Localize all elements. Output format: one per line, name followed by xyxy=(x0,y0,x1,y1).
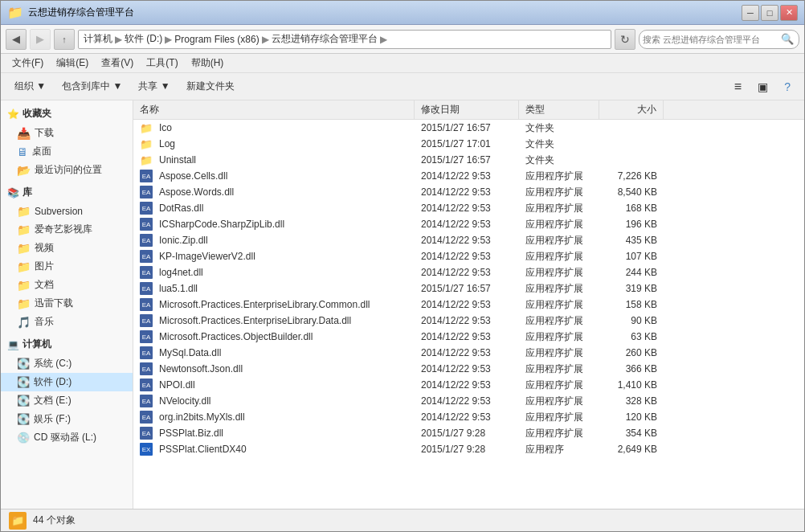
address-bar: ◀ ▶ ↑ 计算机 ▶ 软件 (D:) ▶ Program Files (x86… xyxy=(1,25,804,54)
table-row[interactable]: EA Microsoft.Practices.EnterpriseLibrary… xyxy=(133,297,804,313)
file-type: 应用程序扩展 xyxy=(519,346,599,360)
toolbar-share[interactable]: 共享 ▼ xyxy=(131,76,177,97)
sidebar-item-documents[interactable]: 📁 文档 xyxy=(1,276,133,294)
table-row[interactable]: EA org.in2bits.MyXls.dll 2014/12/22 9:53… xyxy=(133,409,804,425)
main-content: ⭐ 收藏夹 📥 下载 🖥 桌面 📂 最近访问的位置 xyxy=(1,100,804,509)
menu-help[interactable]: 帮助(H) xyxy=(185,54,231,72)
table-row[interactable]: EA MySql.Data.dll 2014/12/22 9:53 应用程序扩展… xyxy=(133,345,804,361)
header-date[interactable]: 修改日期 xyxy=(415,100,519,119)
table-row[interactable]: EA DotRas.dll 2014/12/22 9:53 应用程序扩展 168… xyxy=(133,200,804,216)
table-row[interactable]: EA Ionic.Zip.dll 2014/12/22 9:53 应用程序扩展 … xyxy=(133,232,804,248)
drive-c-icon: 💽 xyxy=(17,358,30,370)
table-row[interactable]: EX PSSPlat.ClientDX40 2015/1/27 9:28 应用程… xyxy=(133,441,804,457)
dll-icon: EA xyxy=(140,330,153,343)
breadcrumb-app[interactable]: 云想进销存综合管理平台 xyxy=(272,32,378,46)
close-button[interactable]: ✕ xyxy=(780,5,798,21)
file-size: 168 KB xyxy=(599,203,664,214)
table-row[interactable]: 📁 Uninstall 2015/1/27 16:57 文件夹 xyxy=(133,152,804,168)
toolbar-help-icon[interactable]: ? xyxy=(777,76,798,97)
search-input[interactable] xyxy=(643,35,779,44)
header-size[interactable]: 大小 xyxy=(599,100,664,119)
sidebar-item-desktop[interactable]: 🖥 桌面 xyxy=(1,142,133,161)
sidebar-section-header-libraries[interactable]: 📚 库 xyxy=(1,182,133,203)
file-type: 应用程序扩展 xyxy=(519,170,599,183)
sidebar-item-video[interactable]: 📁 视频 xyxy=(1,239,133,257)
sidebar-item-thunder[interactable]: 📁 迅雷下载 xyxy=(1,294,133,313)
file-name: EA NVelocity.dll xyxy=(133,395,415,407)
file-size: 120 KB xyxy=(599,411,664,423)
toolbar-preview-icon[interactable]: ▣ xyxy=(750,76,775,97)
sidebar-item-drive-e[interactable]: 💽 文档 (E:) xyxy=(1,391,133,410)
refresh-button[interactable]: ↻ xyxy=(615,29,635,50)
table-row[interactable]: 📁 Ico 2015/1/27 16:57 文件夹 xyxy=(133,120,804,136)
sidebar-section-libraries: 📚 库 📁 Subversion 📁 爱奇艺影视库 📁 视频 📁 xyxy=(1,182,133,331)
header-type[interactable]: 类型 xyxy=(519,100,599,119)
menu-file[interactable]: 文件(F) xyxy=(6,54,50,72)
table-row[interactable]: EA Microsoft.Practices.EnterpriseLibrary… xyxy=(133,313,804,329)
table-row[interactable]: EA Newtonsoft.Json.dll 2014/12/22 9:53 应… xyxy=(133,361,804,377)
address-path[interactable]: 计算机 ▶ 软件 (D:) ▶ Program Files (x86) ▶ 云想… xyxy=(78,30,611,49)
toolbar-new-folder[interactable]: 新建文件夹 xyxy=(179,76,242,97)
up-button[interactable]: ↑ xyxy=(54,29,75,50)
sidebar-item-pictures[interactable]: 📁 图片 xyxy=(1,257,133,276)
table-row[interactable]: EA NPOI.dll 2014/12/22 9:53 应用程序扩展 1,410… xyxy=(133,377,804,393)
file-date: 2014/12/22 9:53 xyxy=(415,315,519,326)
file-size: 90 KB xyxy=(599,315,664,326)
toolbar-include-library[interactable]: 包含到库中 ▼ xyxy=(55,76,129,97)
sidebar-item-iqiyi[interactable]: 📁 爱奇艺影视库 xyxy=(1,220,133,239)
sidebar-item-drive-f[interactable]: 💽 娱乐 (F:) xyxy=(1,410,133,428)
file-date: 2014/12/22 9:53 xyxy=(415,251,519,262)
sidebar-item-drive-d[interactable]: 💽 软件 (D:) xyxy=(1,373,133,391)
menu-view[interactable]: 查看(V) xyxy=(95,54,140,72)
file-type: 应用程序扩展 xyxy=(519,314,599,328)
table-row[interactable]: EA log4net.dll 2014/12/22 9:53 应用程序扩展 24… xyxy=(133,264,804,280)
file-type: 应用程序扩展 xyxy=(519,427,599,440)
dll-icon: EA xyxy=(140,186,153,198)
folder-icon-thunder: 📁 xyxy=(17,297,31,310)
breadcrumb-drive[interactable]: 软件 (D:) xyxy=(125,32,162,46)
table-row[interactable]: EA Aspose.Cells.dll 2014/12/22 9:53 应用程序… xyxy=(133,168,804,184)
table-row[interactable]: EA lua5.1.dll 2015/1/27 16:57 应用程序扩展 319… xyxy=(133,280,804,297)
menu-tools[interactable]: 工具(T) xyxy=(140,54,184,72)
table-row[interactable]: EA ICSharpCode.SharpZipLib.dll 2014/12/2… xyxy=(133,216,804,232)
breadcrumb-programfiles[interactable]: Program Files (x86) xyxy=(174,34,259,45)
breadcrumb-computer[interactable]: 计算机 xyxy=(84,32,112,46)
minimize-button[interactable]: ─ xyxy=(742,5,759,21)
sidebar-section-favorites: ⭐ 收藏夹 📥 下载 🖥 桌面 📂 最近访问的位置 xyxy=(1,104,133,179)
sidebar-item-drive-c[interactable]: 💽 系统 (C:) xyxy=(1,354,133,373)
toolbar-organize[interactable]: 组织 ▼ xyxy=(7,76,53,97)
desktop-icon: 🖥 xyxy=(17,145,28,158)
sidebar-section-header-computer[interactable]: 💻 计算机 xyxy=(1,334,133,354)
menu-edit[interactable]: 编辑(E) xyxy=(50,54,95,72)
header-name[interactable]: 名称 xyxy=(133,100,415,119)
forward-button[interactable]: ▶ xyxy=(30,29,51,50)
file-size: 328 KB xyxy=(599,395,664,407)
table-row[interactable]: EA PSSPlat.Biz.dll 2015/1/27 9:28 应用程序扩展… xyxy=(133,425,804,441)
file-date: 2014/12/22 9:53 xyxy=(415,267,519,278)
table-row[interactable]: EA Aspose.Words.dll 2014/12/22 9:53 应用程序… xyxy=(133,184,804,200)
search-icon[interactable]: 🔍 xyxy=(779,31,795,47)
file-date: 2015/1/27 17:01 xyxy=(415,138,519,149)
toolbar-view-icon[interactable]: ≡ xyxy=(727,76,749,97)
sidebar-section-header-favorites[interactable]: ⭐ 收藏夹 xyxy=(1,104,133,124)
sidebar-item-cdrom[interactable]: 💿 CD 驱动器 (L:) xyxy=(1,428,133,447)
maximize-button[interactable]: □ xyxy=(761,5,778,21)
sidebar-item-subversion[interactable]: 📁 Subversion xyxy=(1,203,133,220)
back-button[interactable]: ◀ xyxy=(6,29,27,50)
search-bar: 🔍 xyxy=(639,30,799,49)
dll-icon: EA xyxy=(140,362,153,375)
sidebar-item-music[interactable]: 🎵 音乐 xyxy=(1,313,133,331)
dll-icon: EA xyxy=(140,411,153,424)
folder-icon-video: 📁 xyxy=(17,242,31,255)
sidebar-item-downloads[interactable]: 📥 下载 xyxy=(1,124,133,142)
table-row[interactable]: 📁 Log 2015/1/27 17:01 文件夹 xyxy=(133,136,804,152)
table-row[interactable]: EA KP-ImageViewerV2.dll 2014/12/22 9:53 … xyxy=(133,248,804,264)
file-name: EA DotRas.dll xyxy=(133,202,415,215)
sidebar-item-recent[interactable]: 📂 最近访问的位置 xyxy=(1,161,133,179)
dll-icon: EA xyxy=(140,346,153,359)
table-row[interactable]: EA Microsoft.Practices.ObjectBuilder.dll… xyxy=(133,329,804,345)
table-row[interactable]: EA NVelocity.dll 2014/12/22 9:53 应用程序扩展 … xyxy=(133,393,804,409)
file-size: 107 KB xyxy=(599,251,664,262)
file-type: 应用程序扩展 xyxy=(519,362,599,376)
file-type: 应用程序扩展 xyxy=(519,282,599,296)
